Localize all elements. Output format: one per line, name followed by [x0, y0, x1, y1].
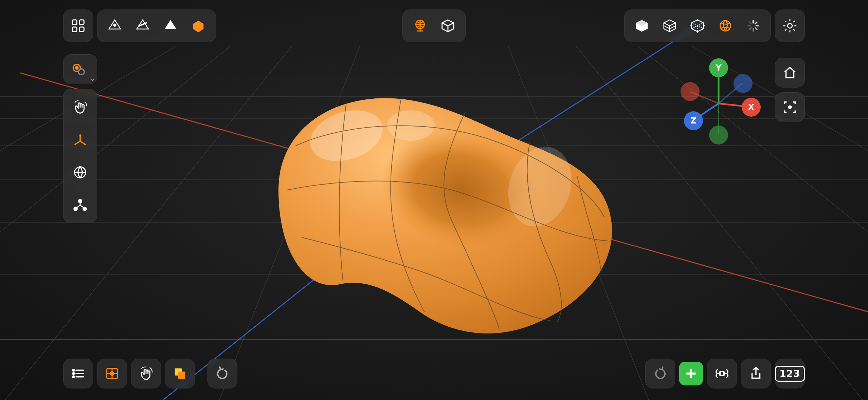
grid-snap-icon [100, 362, 124, 385]
gizmo-neg-z[interactable] [734, 74, 753, 93]
share-button[interactable] [741, 359, 771, 388]
svg-point-75 [110, 372, 114, 375]
svg-point-56 [78, 69, 84, 75]
numeric-123-icon: 123 [778, 362, 802, 385]
snap-magnet-button[interactable] [63, 54, 97, 84]
svg-point-70 [73, 373, 74, 375]
svg-marker-36 [165, 20, 177, 29]
list-icon [66, 362, 90, 385]
snap-magnet-icon [66, 57, 90, 81]
numeric-input-button[interactable]: 123 [775, 359, 805, 388]
globe-wire-tool[interactable] [67, 159, 93, 186]
layers-button[interactable] [165, 359, 195, 388]
gizmo-axis-y[interactable]: Y [709, 58, 728, 77]
globe-button[interactable] [407, 13, 433, 39]
command-icon [710, 362, 734, 385]
plus-icon [679, 362, 703, 385]
gizmo-axis-z[interactable]: Z [684, 111, 703, 130]
command-button[interactable] [707, 359, 737, 388]
svg-point-61 [789, 106, 791, 109]
projects-button[interactable] [63, 9, 93, 42]
transform-tools [63, 89, 97, 223]
gesture-tool[interactable] [67, 94, 93, 120]
shading-solid[interactable] [629, 13, 655, 39]
separator [201, 365, 201, 382]
layers-icon [168, 362, 192, 385]
undo-icon [211, 362, 234, 385]
svg-line-48 [755, 28, 757, 30]
svg-point-44 [720, 21, 731, 31]
svg-marker-37 [193, 21, 204, 33]
settings-button[interactable] [775, 9, 805, 42]
svg-rect-29 [79, 20, 84, 24]
share-icon [744, 362, 768, 385]
multi-touch-button[interactable] [131, 359, 161, 388]
home-icon [778, 61, 802, 84]
gizmo-axis-x[interactable]: X [742, 98, 761, 117]
svg-line-50 [749, 28, 751, 30]
svg-point-58 [78, 199, 82, 203]
svg-point-53 [788, 23, 792, 28]
focus-center-button[interactable] [775, 92, 805, 122]
svg-rect-30 [72, 27, 77, 32]
redo-button[interactable] [645, 359, 675, 388]
svg-point-55 [75, 66, 78, 69]
hierarchy-tool[interactable] [67, 192, 93, 218]
outliner-button[interactable] [63, 359, 93, 388]
view-mode-edge[interactable] [129, 13, 156, 39]
shading-xray[interactable] [684, 13, 711, 39]
axis-local-tool[interactable] [67, 127, 93, 153]
center-focus-icon [778, 95, 802, 119]
shading-render[interactable] [712, 13, 739, 39]
multi-touch-icon [134, 362, 158, 385]
view-mode-vertex[interactable] [102, 13, 128, 39]
loading-spinner-icon[interactable] [740, 13, 766, 39]
axis-gizmo[interactable]: Y X Z [674, 54, 763, 142]
home-view-button[interactable] [775, 58, 805, 88]
object-cube-button[interactable] [435, 13, 461, 39]
svg-point-68 [73, 369, 74, 371]
gear-icon [778, 14, 802, 38]
orientation-group [402, 9, 466, 42]
redo-icon [648, 362, 672, 385]
svg-rect-28 [72, 20, 77, 24]
svg-point-72 [73, 376, 74, 378]
view-mode-group [97, 9, 216, 42]
shading-group [624, 9, 771, 42]
svg-point-33 [114, 24, 116, 26]
grid-snap-button[interactable] [97, 359, 127, 388]
view-mode-face[interactable] [157, 13, 184, 39]
svg-line-46 [755, 22, 757, 24]
svg-line-52 [749, 22, 751, 24]
gizmo-neg-x[interactable] [681, 82, 700, 101]
grid-4-icon [66, 14, 90, 38]
view-mode-solid[interactable] [185, 13, 212, 39]
shading-wire[interactable] [656, 13, 683, 39]
add-button[interactable] [679, 359, 703, 388]
gizmo-neg-y[interactable] [709, 126, 728, 145]
svg-rect-77 [178, 372, 185, 379]
svg-rect-31 [79, 27, 84, 32]
undo-button[interactable] [207, 359, 237, 388]
